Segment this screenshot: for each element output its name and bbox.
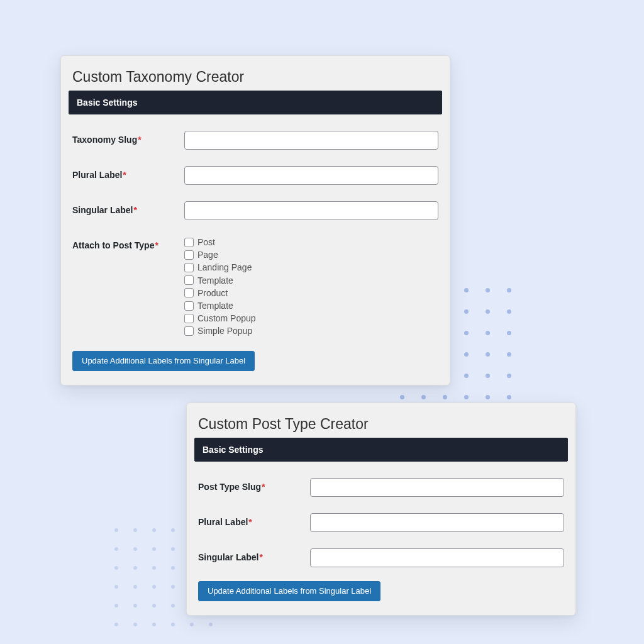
required-marker: * [138, 135, 141, 145]
required-marker: * [123, 170, 126, 180]
post-type-option[interactable]: Product [184, 287, 438, 299]
option-label: Product [197, 287, 228, 299]
checkbox-icon[interactable] [184, 288, 194, 297]
post-type-option[interactable]: Landing Page [184, 262, 438, 273]
section-header-basic-settings: Basic Settings [69, 91, 442, 114]
post-type-option[interactable]: Simple Popup [184, 325, 438, 336]
checkbox-icon[interactable] [184, 301, 194, 311]
field-row-taxonomy-slug: Taxonomy Slug* [72, 131, 438, 150]
post-type-option[interactable]: Custom Popup [184, 313, 438, 324]
section-header-basic-settings: Basic Settings [194, 438, 568, 462]
field-row-post-type-slug: Post Type Slug* [198, 478, 564, 497]
field-row-attach-post-type: Attach to Post Type* PostPageLanding Pag… [72, 236, 438, 338]
option-label: Template [197, 300, 233, 311]
plural-label-input[interactable] [310, 513, 564, 532]
taxonomy-slug-input[interactable] [184, 131, 438, 150]
field-label: Singular Label* [72, 201, 184, 215]
post-type-creator-panel: Custom Post Type Creator Basic Settings … [186, 402, 576, 616]
update-labels-button[interactable]: Update Additional Labels from Singular L… [198, 581, 380, 601]
option-label: Landing Page [197, 262, 252, 273]
plural-label-input[interactable] [184, 166, 438, 185]
field-label: Post Type Slug* [198, 478, 310, 492]
field-row-singular-label: Singular Label* [198, 548, 564, 567]
field-label: Singular Label* [198, 548, 310, 562]
post-type-option[interactable]: Template [184, 300, 438, 311]
post-type-checklist: PostPageLanding PageTemplateProductTempl… [184, 236, 438, 337]
post-type-option[interactable]: Page [184, 249, 438, 260]
field-row-singular-label: Singular Label* [72, 201, 438, 220]
checkbox-icon[interactable] [184, 250, 194, 260]
post-type-option[interactable]: Post [184, 236, 438, 248]
post-type-option[interactable]: Template [184, 275, 438, 286]
field-label: Attach to Post Type* [72, 236, 184, 250]
taxonomy-creator-panel: Custom Taxonomy Creator Basic Settings T… [60, 55, 450, 386]
checkbox-icon[interactable] [184, 238, 194, 247]
checkbox-icon[interactable] [184, 326, 194, 336]
required-marker: * [133, 205, 136, 215]
singular-label-input[interactable] [184, 201, 438, 220]
field-row-plural-label: Plural Label* [198, 513, 564, 532]
required-marker: * [248, 517, 252, 527]
option-label: Custom Popup [197, 313, 256, 324]
panel-title: Custom Post Type Creator [194, 409, 568, 438]
checkbox-icon[interactable] [184, 314, 194, 323]
post-type-slug-input[interactable] [310, 478, 564, 497]
required-marker: * [262, 482, 265, 492]
option-label: Page [197, 249, 218, 260]
required-marker: * [155, 240, 158, 250]
panel-title: Custom Taxonomy Creator [69, 62, 442, 91]
checkbox-icon[interactable] [184, 275, 194, 285]
field-row-plural-label: Plural Label* [72, 166, 438, 185]
option-label: Post [197, 236, 215, 248]
required-marker: * [259, 552, 262, 562]
update-labels-button[interactable]: Update Additional Labels from Singular L… [72, 351, 255, 371]
field-label: Plural Label* [198, 513, 310, 527]
field-label: Plural Label* [72, 166, 184, 180]
option-label: Template [197, 275, 233, 286]
singular-label-input[interactable] [310, 548, 564, 567]
field-label: Taxonomy Slug* [72, 131, 184, 145]
checkbox-icon[interactable] [184, 263, 194, 272]
option-label: Simple Popup [197, 325, 252, 336]
